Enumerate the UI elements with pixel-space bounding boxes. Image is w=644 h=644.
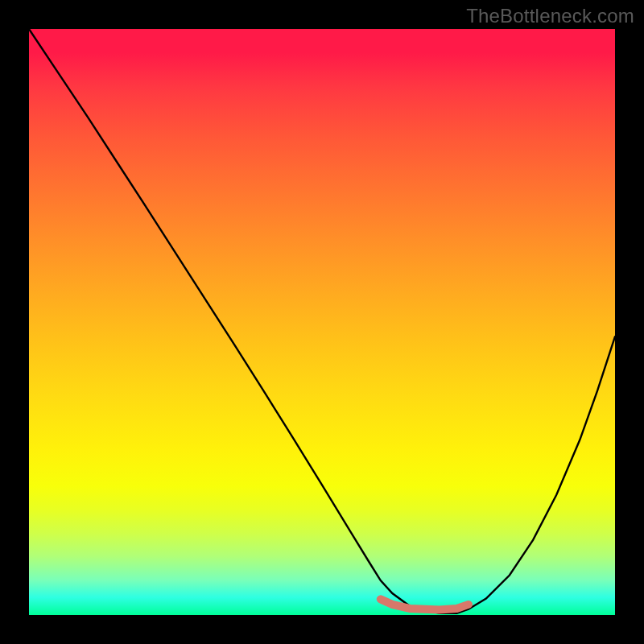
chart-frame: TheBottleneck.com — [0, 0, 644, 644]
watermark-text: TheBottleneck.com — [466, 5, 634, 27]
optimal-range-marker — [381, 599, 469, 609]
plot-area — [29, 29, 615, 615]
curve-svg — [29, 29, 615, 615]
bottleneck-curve — [29, 29, 615, 613]
